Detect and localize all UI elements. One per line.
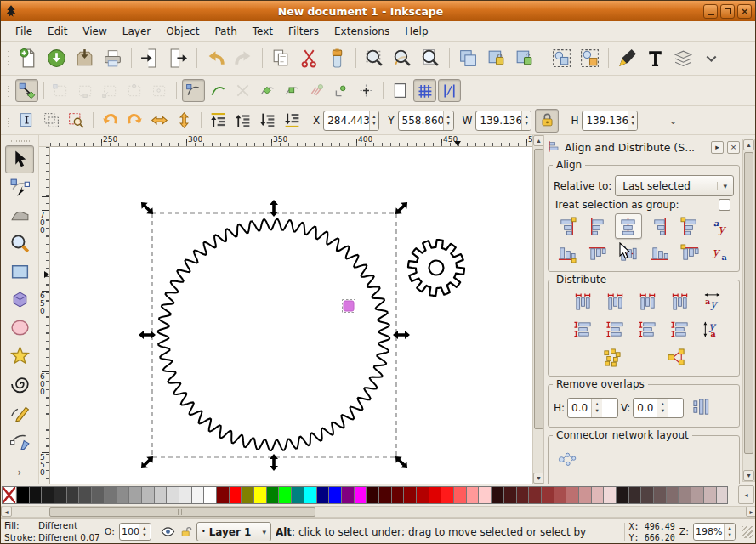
- menu-filters[interactable]: Filters: [281, 23, 327, 40]
- lock-ratio-button[interactable]: [535, 109, 559, 133]
- raise-to-top-button[interactable]: [207, 109, 230, 132]
- layers-dialog-button[interactable]: [670, 45, 696, 71]
- pencil-tool-button[interactable]: [5, 398, 34, 426]
- color-swatch[interactable]: [591, 486, 604, 504]
- color-swatch[interactable]: [678, 486, 691, 504]
- snap-page-border-button[interactable]: [389, 79, 412, 102]
- color-swatch[interactable]: [266, 486, 279, 504]
- color-swatch[interactable]: [491, 486, 503, 504]
- spinner-arrows[interactable]: ▴▾: [591, 399, 602, 417]
- close-button[interactable]: ×: [737, 4, 752, 19]
- color-swatch[interactable]: [453, 486, 466, 504]
- unclump-button[interactable]: [662, 344, 691, 370]
- panel-close-button[interactable]: ×: [727, 141, 740, 154]
- color-swatch[interactable]: [403, 486, 416, 504]
- align-text-h-button[interactable]: ay: [708, 213, 735, 239]
- duplicate-button[interactable]: [455, 45, 481, 71]
- color-swatch[interactable]: [316, 486, 329, 504]
- distribute-bottom-edges-button[interactable]: [633, 316, 662, 342]
- distribute-top-edges-button[interactable]: [568, 316, 597, 342]
- menu-extensions[interactable]: Extensions: [327, 23, 397, 40]
- color-swatch[interactable]: [141, 486, 154, 504]
- snap-global-button[interactable]: [15, 79, 38, 102]
- color-swatch[interactable]: [66, 486, 79, 504]
- relative-to-select[interactable]: Last selected ▾: [615, 175, 734, 196]
- zoom-field[interactable]: 198%▴▾: [693, 523, 736, 541]
- horizontal-scrollbar-thumb[interactable]: [49, 507, 315, 517]
- color-swatch[interactable]: [104, 486, 117, 504]
- opacity-field[interactable]: 100▴▾: [119, 523, 151, 541]
- spinner-arrows[interactable]: ▴▾: [139, 524, 150, 540]
- align-right-edges-button[interactable]: [645, 213, 673, 239]
- snap-nodes-button[interactable]: [182, 79, 205, 102]
- color-swatch[interactable]: [354, 486, 367, 504]
- color-swatch[interactable]: [378, 486, 391, 504]
- canvas-vertical-scrollbar[interactable]: ▴ ▾: [532, 135, 543, 484]
- scroll-right-icon[interactable]: ▸: [746, 507, 756, 517]
- color-swatch[interactable]: [703, 486, 716, 504]
- overlap-v-field[interactable]: 0.0▴▾: [633, 398, 684, 418]
- menu-view[interactable]: View: [75, 23, 114, 40]
- fill-stroke-dialog-button[interactable]: [614, 45, 640, 71]
- color-swatch[interactable]: [117, 486, 129, 504]
- menu-help[interactable]: Help: [397, 23, 435, 40]
- distribute-text-h-button[interactable]: ay: [697, 289, 726, 314]
- small-magenta-square[interactable]: [344, 301, 354, 311]
- node-editor-tool-button[interactable]: [5, 173, 34, 201]
- zoom-tool-button[interactable]: [5, 230, 34, 258]
- toolbar-grip[interactable]: [5, 80, 12, 101]
- paste-button[interactable]: [324, 45, 350, 71]
- color-swatch[interactable]: [653, 486, 666, 504]
- color-swatch[interactable]: [253, 486, 266, 504]
- group-objects-button[interactable]: [549, 45, 575, 71]
- color-swatch[interactable]: [229, 486, 242, 504]
- color-swatch[interactable]: [179, 486, 191, 504]
- zoom-selection-button[interactable]: [361, 45, 388, 71]
- minimize-button[interactable]: [703, 4, 718, 19]
- color-swatch[interactable]: [91, 486, 104, 504]
- text-dialog-button[interactable]: [642, 45, 668, 71]
- cut-button[interactable]: [296, 45, 322, 71]
- save-document-button[interactable]: [71, 45, 98, 71]
- color-swatch[interactable]: [416, 486, 429, 504]
- print-document-button[interactable]: [99, 45, 126, 71]
- maximize-button[interactable]: [720, 4, 735, 19]
- align-left-edges-button[interactable]: [583, 213, 611, 239]
- canvas-horizontal-scrollbar[interactable]: ◂ ▸: [1, 506, 756, 518]
- spinner-arrows[interactable]: ▴▾: [521, 111, 531, 130]
- flip-vertical-button[interactable]: [173, 109, 196, 132]
- color-swatch[interactable]: [429, 486, 441, 504]
- zoom-page-button[interactable]: [418, 45, 444, 71]
- distribute-right-edges-button[interactable]: [633, 289, 662, 314]
- distribute-centers-h-button[interactable]: [600, 289, 629, 314]
- color-swatch[interactable]: [304, 486, 316, 504]
- align-right-to-anchor-button[interactable]: [553, 213, 580, 239]
- connector-layout-button[interactable]: [553, 448, 582, 473]
- select-all-layers-button[interactable]: [40, 109, 63, 132]
- color-swatch[interactable]: [54, 486, 66, 504]
- flip-horizontal-button[interactable]: [148, 109, 171, 132]
- align-text-v-button[interactable]: ya: [708, 241, 735, 266]
- menu-object[interactable]: Object: [158, 23, 207, 40]
- toolbox-expander[interactable]: ›: [18, 467, 22, 479]
- distribute-centers-v-button[interactable]: [600, 316, 629, 342]
- snap-smooth-nodes-button[interactable]: [281, 79, 304, 102]
- ungroup-objects-button[interactable]: [577, 45, 603, 71]
- current-layer-select[interactable]: •Layer 1 ▾: [196, 522, 271, 541]
- palette-scroll-left-button[interactable]: ◂: [738, 485, 754, 504]
- color-swatch[interactable]: [241, 486, 253, 504]
- align-top-edges-button[interactable]: [583, 241, 611, 266]
- copy-button[interactable]: [268, 45, 294, 71]
- rectangle-tool-button[interactable]: [5, 258, 34, 286]
- color-swatch[interactable]: [291, 486, 304, 504]
- menu-text[interactable]: Text: [245, 23, 281, 40]
- spinner-arrows[interactable]: ▴▾: [724, 524, 735, 540]
- vertical-scrollbar-thumb[interactable]: [534, 149, 543, 429]
- align-bottom-to-anchor-button[interactable]: [553, 241, 580, 266]
- y-field[interactable]: 558.860▴▾: [398, 110, 454, 131]
- distribute-text-v-button[interactable]: ya: [697, 316, 726, 342]
- spiral-tool-button[interactable]: [5, 370, 34, 398]
- box-3d-tool-button[interactable]: [5, 286, 34, 314]
- snap-rotation-center-button[interactable]: [355, 79, 378, 102]
- color-swatch[interactable]: [16, 486, 29, 504]
